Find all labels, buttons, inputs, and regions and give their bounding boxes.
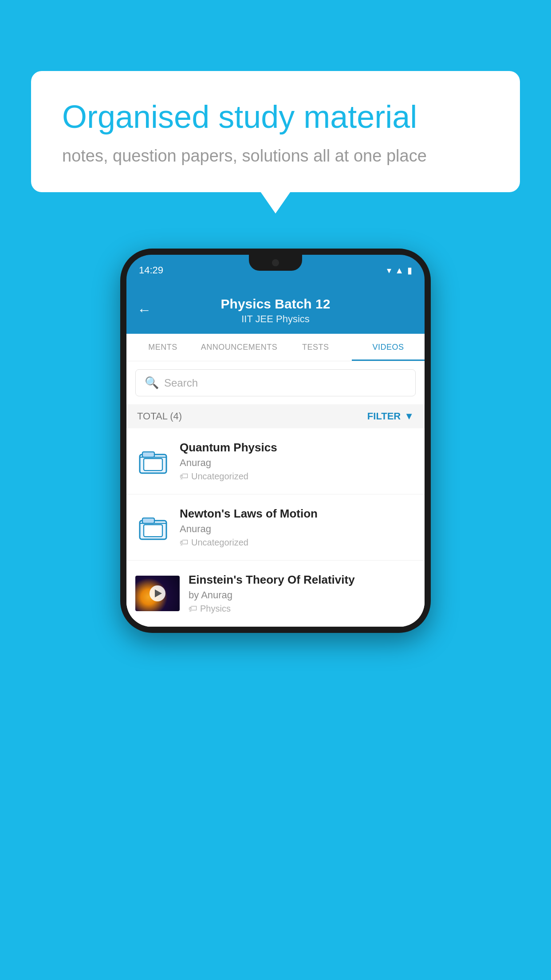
video-tag: 🏷 Uncategorized — [180, 471, 416, 482]
video-tag: 🏷 Physics — [189, 604, 416, 614]
svg-rect-4 — [142, 518, 154, 523]
status-bar: 14:29 ▾ ▲ ▮ — [126, 255, 425, 286]
svg-rect-1 — [142, 452, 154, 457]
phone-device: 14:29 ▾ ▲ ▮ ← Physics Batch 12 IIT JEE P… — [120, 249, 431, 633]
tag-icon: 🏷 — [189, 604, 197, 614]
folder-icon — [135, 510, 171, 545]
list-item[interactable]: Einstein's Theory Of Relativity by Anura… — [126, 561, 425, 627]
status-time: 14:29 — [139, 265, 163, 276]
video-title: Newton's Laws of Motion — [180, 507, 416, 521]
header-subtitle: IIT JEE Physics — [140, 313, 411, 325]
svg-rect-5 — [144, 525, 162, 537]
video-info: Quantum Physics Anurag 🏷 Uncategorized — [180, 441, 416, 482]
tab-tests[interactable]: TESTS — [279, 334, 352, 361]
video-info: Einstein's Theory Of Relativity by Anura… — [189, 573, 416, 614]
bubble-title: Organised study material — [62, 98, 489, 136]
bubble-subtitle: notes, question papers, solutions all at… — [62, 146, 489, 166]
header-title: Physics Batch 12 — [140, 296, 411, 312]
filter-bar: TOTAL (4) FILTER ▼ — [126, 404, 425, 428]
speech-bubble: Organised study material notes, question… — [31, 71, 520, 192]
video-info: Newton's Laws of Motion Anurag 🏷 Uncateg… — [180, 507, 416, 548]
camera-dot — [272, 259, 279, 266]
phone-wrapper: 14:29 ▾ ▲ ▮ ← Physics Batch 12 IIT JEE P… — [120, 249, 431, 633]
svg-rect-2 — [144, 458, 162, 470]
search-input[interactable]: Search — [164, 377, 198, 389]
tab-announcements[interactable]: ANNOUNCEMENTS — [199, 334, 279, 361]
filter-label: FILTER — [367, 411, 401, 422]
tab-ments[interactable]: MENTS — [126, 334, 199, 361]
video-title: Einstein's Theory Of Relativity — [189, 573, 416, 587]
tabs-container: MENTS ANNOUNCEMENTS TESTS VIDEOS — [126, 334, 425, 361]
app-header: ← Physics Batch 12 IIT JEE Physics — [126, 286, 425, 334]
filter-button[interactable]: FILTER ▼ — [367, 411, 414, 422]
video-title: Quantum Physics — [180, 441, 416, 454]
search-icon: 🔍 — [145, 376, 159, 390]
video-list: Quantum Physics Anurag 🏷 Uncategorized — [126, 428, 425, 627]
play-button[interactable] — [150, 585, 165, 601]
phone-screen: ← Physics Batch 12 IIT JEE Physics MENTS… — [126, 286, 425, 627]
list-item[interactable]: Quantum Physics Anurag 🏷 Uncategorized — [126, 428, 425, 494]
video-author: Anurag — [180, 523, 416, 535]
tab-videos[interactable]: VIDEOS — [352, 334, 425, 361]
signal-icon: ▲ — [395, 265, 404, 276]
back-button[interactable]: ← — [137, 302, 151, 318]
total-count: TOTAL (4) — [137, 411, 182, 422]
filter-funnel-icon: ▼ — [404, 411, 414, 422]
search-bar[interactable]: 🔍 Search — [135, 369, 416, 396]
wifi-icon: ▾ — [387, 265, 391, 276]
battery-icon: ▮ — [407, 265, 412, 276]
tag-icon: 🏷 — [180, 537, 189, 548]
video-tag: 🏷 Uncategorized — [180, 537, 416, 548]
video-author: by Anurag — [189, 589, 416, 601]
phone-notch — [249, 255, 302, 271]
video-thumbnail — [135, 576, 180, 611]
folder-icon — [135, 443, 171, 479]
video-author: Anurag — [180, 457, 416, 469]
play-triangle-icon — [155, 589, 162, 597]
list-item[interactable]: Newton's Laws of Motion Anurag 🏷 Uncateg… — [126, 494, 425, 561]
speech-bubble-container: Organised study material notes, question… — [31, 71, 520, 192]
tag-icon: 🏷 — [180, 471, 189, 482]
status-icons: ▾ ▲ ▮ — [387, 265, 412, 276]
